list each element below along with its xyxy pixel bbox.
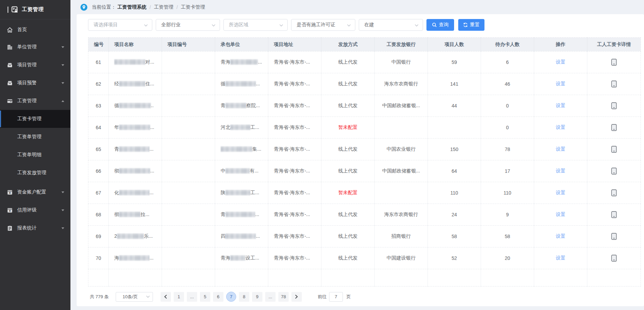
- page-button-7[interactable]: 7: [226, 292, 236, 302]
- page-size-select[interactable]: 10条/页: [116, 292, 153, 302]
- page-button-78[interactable]: 78: [278, 292, 289, 302]
- caret-down-icon: [61, 191, 64, 193]
- empty-table-row: [88, 269, 641, 286]
- select-value: 是否有施工许可证: [297, 22, 347, 28]
- breadcrumb-item-1[interactable]: 工资管理: [154, 4, 173, 10]
- page-ellipsis[interactable]: ...: [265, 292, 276, 302]
- sidebar-item-信用评级[interactable]: ¥信用评级: [0, 201, 70, 219]
- page-button-1[interactable]: 1: [174, 292, 184, 302]
- phone-icon[interactable]: [611, 189, 617, 196]
- column-header-承包单位: 承包单位: [215, 38, 268, 51]
- settings-link[interactable]: 设置: [556, 81, 566, 86]
- reset-button[interactable]: 重置: [458, 19, 484, 31]
- chevron-right-icon: [295, 294, 298, 299]
- cell-project-code: [162, 139, 215, 160]
- settings-link[interactable]: 设置: [556, 146, 566, 152]
- caret-down-icon: [61, 209, 64, 211]
- cell-project-name: 年...: [109, 117, 162, 139]
- phone-icon[interactable]: [611, 124, 617, 131]
- sidebar-item-项目管理[interactable]: 项目管理: [0, 56, 70, 74]
- app-title: 工资管理: [22, 6, 44, 13]
- settings-link[interactable]: 设置: [556, 168, 566, 173]
- pixelated-text: [230, 124, 250, 130]
- cell-bank: 中国邮政储蓄银...: [375, 95, 428, 117]
- sidebar-item-报表统计[interactable]: 报表统计: [0, 219, 70, 237]
- sidebar-subitem-工资单明细[interactable]: 工资单明细: [0, 146, 70, 164]
- phone-icon[interactable]: [611, 168, 617, 175]
- page-button-5[interactable]: 5: [200, 292, 210, 302]
- cell-contractor: 陕工...: [215, 182, 268, 204]
- search-button[interactable]: 查询: [426, 19, 454, 31]
- cell-detail: [587, 160, 641, 182]
- sidebar-item-工资管理[interactable]: 工资管理: [0, 92, 70, 110]
- goto-page-input[interactable]: [329, 292, 343, 302]
- cell-text: ...: [256, 81, 260, 86]
- breadcrumb-label: 当前位置：: [92, 4, 116, 10]
- cell-people-count: 24: [428, 204, 481, 226]
- select-value: 在建: [364, 22, 415, 28]
- cell-id: 64: [88, 117, 109, 139]
- settings-link[interactable]: 设置: [556, 255, 566, 261]
- next-page-button[interactable]: [291, 292, 302, 302]
- chevron-left-icon: [164, 294, 167, 299]
- filter-select-region[interactable]: 所选区域: [223, 19, 288, 31]
- phone-icon[interactable]: [611, 146, 617, 153]
- sidebar-item-资金账户配置[interactable]: ¥资金账户配置: [0, 183, 70, 201]
- page-button-6[interactable]: 6: [213, 292, 223, 302]
- cell-text: 2: [114, 233, 117, 239]
- phone-icon[interactable]: [611, 233, 617, 240]
- filter-select-industry[interactable]: 全部行业: [156, 19, 220, 31]
- sidebar-subitem-工资卡管理[interactable]: 工资卡管理: [0, 110, 70, 128]
- sidebar-subitem-工资单管理[interactable]: 工资单管理: [0, 128, 70, 146]
- cell-text: ...: [150, 168, 154, 173]
- settings-link[interactable]: 设置: [556, 190, 566, 195]
- phone-icon[interactable]: [611, 102, 617, 109]
- cell-id: 67: [88, 182, 109, 204]
- filter-select-project[interactable]: 请选择项目: [88, 19, 152, 31]
- prev-page-button[interactable]: [161, 292, 171, 302]
- cell-pay-method: 线上代发: [321, 139, 375, 160]
- settings-link[interactable]: 设置: [556, 124, 566, 130]
- page-button-8[interactable]: 8: [239, 292, 249, 302]
- cell-detail: [587, 226, 641, 247]
- phone-icon[interactable]: [611, 255, 617, 262]
- cell-address: 青海省-海东市-...: [268, 73, 321, 95]
- filter-select-permit[interactable]: 是否有施工许可证: [291, 19, 355, 31]
- pixelated-text: [221, 146, 252, 152]
- filter-select-status[interactable]: 在建: [359, 19, 423, 31]
- cell-text: ..: [151, 103, 154, 108]
- cell-people-count: 141: [428, 73, 481, 95]
- settings-link[interactable]: 设置: [556, 59, 566, 65]
- cell-text: 循: [114, 103, 119, 108]
- sidebar-item-label: 单位管理: [17, 44, 61, 50]
- cell-address: 青海省-海东市-...: [268, 95, 321, 117]
- phone-icon[interactable]: [611, 59, 617, 66]
- page-button-9[interactable]: 9: [252, 292, 262, 302]
- settings-link[interactable]: 设置: [556, 233, 566, 239]
- cell-pending-count: 78: [481, 139, 534, 160]
- breadcrumb-root[interactable]: 工资管理系统: [117, 4, 146, 10]
- cell-detail: [587, 204, 641, 226]
- settings-link[interactable]: 设置: [556, 103, 566, 108]
- cell-text: ...: [256, 233, 260, 239]
- settings-link[interactable]: 设置: [556, 212, 566, 217]
- column-header-项目地址: 项目地址: [268, 38, 321, 51]
- phone-icon[interactable]: [611, 211, 617, 218]
- sidebar-item-首页[interactable]: 首页: [0, 21, 70, 38]
- pixelated-text: [119, 212, 141, 217]
- cell-text: ...: [150, 190, 154, 195]
- sidebar-item-项目预警[interactable]: 项目预警: [0, 74, 70, 92]
- cell-text: ...: [258, 59, 262, 65]
- cell-pay-method: 线上代发: [321, 204, 375, 226]
- sidebar-subitem-工资发放管理[interactable]: 工资发放管理: [0, 164, 70, 182]
- cell-people-count: [428, 117, 481, 139]
- phone-icon[interactable]: [611, 81, 617, 87]
- page-ellipsis[interactable]: ...: [187, 292, 197, 302]
- table-body: 61对...青海...青海省-海东市-...线上代发中国银行596设置62经住.…: [88, 51, 641, 286]
- cell-text: 四: [221, 233, 225, 239]
- sidebar-item-单位管理[interactable]: 单位管理: [0, 38, 70, 56]
- cell-pay-method: 线上代发: [321, 51, 375, 73]
- cell-bank: 招商银行: [375, 226, 428, 247]
- breadcrumb-item-2[interactable]: 工资卡管理: [181, 4, 205, 10]
- caret-down-icon: [61, 82, 64, 84]
